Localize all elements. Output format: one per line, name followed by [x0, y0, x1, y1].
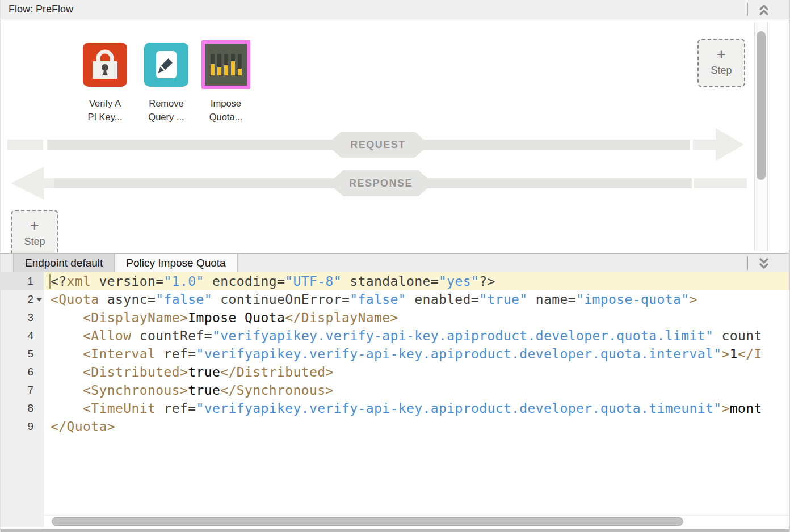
add-step-button-request[interactable]: + Step — [697, 39, 745, 87]
flow-vertical-scrollbar-track — [754, 22, 768, 251]
bar-chart-icon — [205, 44, 247, 86]
response-label: RESPONSE — [349, 178, 413, 189]
code-line-3[interactable]: 3 <DisplayName>Impose Quota</DisplayName… — [1, 309, 790, 327]
proxy-editor-window: Flow: PreFlow — [0, 0, 790, 532]
flow-panel-header: Flow: PreFlow — [1, 0, 790, 19]
code-line-9[interactable]: 9</Quota> — [1, 417, 790, 436]
line-number: 1 — [1, 272, 44, 290]
editor-tab-bar: Endpoint default Policy Impose Quota — [1, 253, 790, 272]
tab-bar-separator — [747, 256, 748, 270]
code-line-5[interactable]: 5 <Interval ref="verifyapikey.verify-api… — [1, 345, 790, 363]
tab-label: Policy Impose Quota — [126, 257, 225, 269]
policy-label-line1: Remove — [141, 96, 192, 110]
step-button-label: Step — [699, 65, 744, 77]
flow-panel-collapse-button[interactable] — [756, 2, 772, 18]
header-separator — [747, 3, 748, 16]
response-flow-badge: RESPONSE — [329, 170, 433, 196]
response-arrowhead-icon — [11, 167, 44, 200]
code-text[interactable]: <Allow countRef="verifyapikey.verify-api… — [44, 327, 790, 345]
code-rows: 1<?xml version="1.0" encoding="UTF-8" st… — [1, 272, 790, 436]
tab-label: Endpoint default — [25, 257, 103, 269]
code-text[interactable]: <Interval ref="verifyapikey.verify-api-k… — [44, 345, 790, 363]
verify-api-key-policy-icon — [83, 43, 127, 87]
impose-quota-policy-icon-selected — [201, 40, 250, 89]
policy-verify-api-key[interactable]: Verify A PI Key... — [79, 39, 131, 124]
code-line-8[interactable]: 8 <TimeUnit ref="verifyapikey.verify-api… — [1, 399, 790, 417]
code-line-6[interactable]: 6 <Distributed>true</Distributed> — [1, 363, 790, 381]
code-text[interactable]: <?xml version="1.0" encoding="UTF-8" sta… — [44, 272, 790, 290]
step-button-label: Step — [12, 236, 57, 248]
editor-horizontal-scrollbar-track — [44, 515, 788, 527]
tab-endpoint-default[interactable]: Endpoint default — [13, 254, 115, 272]
editor-panel-collapse-button[interactable] — [756, 256, 772, 271]
policy-label-line2: Query ... — [141, 110, 192, 124]
response-flow-segment-right — [694, 178, 747, 188]
line-number: 3 — [1, 309, 44, 327]
policy-icon-box — [141, 39, 192, 91]
policy-label-line1: Impose — [199, 96, 253, 110]
policy-impose-quota[interactable]: Impose Quota... — [199, 39, 253, 124]
double-chevron-up-icon — [758, 3, 770, 17]
policy-label-line2: PI Key... — [79, 110, 131, 124]
policy-label-line1: Verify A — [79, 96, 131, 110]
policy-remove-query[interactable]: Remove Query ... — [141, 39, 192, 124]
policy-label: Remove Query ... — [141, 96, 192, 124]
code-text[interactable]: <Quota async="false" continueOnError="fa… — [44, 290, 790, 309]
code-text[interactable]: <TimeUnit ref="verifyapikey.verify-api-k… — [44, 399, 790, 417]
code-line-4[interactable]: 4 <Allow countRef="verifyapikey.verify-a… — [1, 327, 790, 345]
window-bottom-border — [1, 527, 790, 532]
request-arrowhead-icon — [716, 128, 744, 161]
fold-caret-icon[interactable] — [36, 298, 42, 302]
tab-policy-impose-quota[interactable]: Policy Impose Quota — [115, 254, 237, 272]
code-line-7[interactable]: 7 <Synchronous>true</Synchronous> — [1, 381, 790, 399]
editor-tabs: Endpoint default Policy Impose Quota — [13, 254, 238, 272]
code-line-1[interactable]: 1<?xml version="1.0" encoding="UTF-8" st… — [1, 272, 790, 290]
line-number: 4 — [1, 327, 44, 345]
request-flow-segment-left — [7, 140, 43, 150]
editor-horizontal-scrollbar-thumb[interactable] — [52, 517, 683, 526]
flow-vertical-scrollbar-thumb[interactable] — [757, 31, 766, 180]
policy-label: Impose Quota... — [199, 96, 253, 124]
lock-icon — [83, 43, 127, 87]
flow-canvas: Verify A PI Key... Remove Query ... — [1, 19, 790, 253]
policy-icon-box — [199, 39, 253, 91]
text-cursor — [49, 274, 51, 289]
code-line-2[interactable]: 2<Quota async="false" continueOnError="f… — [1, 290, 790, 309]
add-step-button-response[interactable]: + Step — [11, 210, 58, 253]
policy-label: Verify A PI Key... — [79, 96, 131, 124]
remove-query-policy-icon — [144, 43, 188, 87]
line-number: 2 — [1, 290, 44, 309]
plus-icon: + — [699, 46, 744, 63]
response-flow-segment-left — [40, 178, 54, 188]
policy-icon-box — [79, 39, 131, 91]
request-flow-segment-right — [693, 140, 717, 150]
code-text[interactable]: </Quota> — [44, 417, 790, 436]
xml-code-editor[interactable]: 1<?xml version="1.0" encoding="UTF-8" st… — [1, 272, 790, 532]
line-number: 5 — [1, 345, 44, 363]
policy-label-line2: Quota... — [199, 110, 253, 124]
pencil-icon — [144, 43, 188, 87]
plus-icon: + — [12, 217, 57, 234]
request-flow-badge: REQUEST — [327, 132, 429, 158]
code-text[interactable]: <DisplayName>Impose Quota</DisplayName> — [44, 309, 790, 327]
line-number: 9 — [1, 417, 44, 436]
flow-panel-title: Flow: PreFlow — [9, 3, 73, 15]
double-chevron-down-icon — [758, 256, 770, 270]
code-text[interactable]: <Synchronous>true</Synchronous> — [44, 381, 790, 399]
request-label: REQUEST — [350, 139, 406, 151]
line-number: 6 — [1, 363, 44, 381]
line-number: 7 — [1, 381, 44, 399]
line-number: 8 — [1, 399, 44, 417]
code-text[interactable]: <Distributed>true</Distributed> — [44, 363, 790, 381]
